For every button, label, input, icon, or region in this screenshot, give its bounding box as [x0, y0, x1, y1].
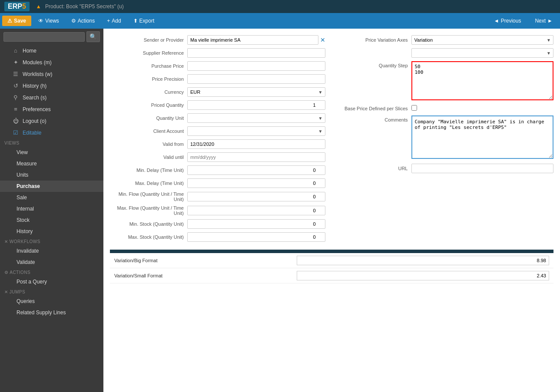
max-delay-control: [187, 178, 325, 188]
sidebar-item-related-supply-lines[interactable]: Related Supply Lines: [0, 307, 103, 318]
sidebar-item-view[interactable]: View: [0, 147, 103, 158]
currency-select[interactable]: EUR USD GBP: [187, 87, 325, 97]
plus-icon: +: [107, 18, 110, 24]
supplier-ref-field-row: Supplier Reference: [110, 48, 325, 58]
client-account-select[interactable]: [187, 126, 325, 136]
left-column: Sender or Provider ✕ Supplier Reference: [110, 35, 325, 245]
variation-big-format-input[interactable]: [297, 256, 549, 265]
max-flow-field-row: Max. Flow (Quantity Unit / Time Unit): [110, 205, 325, 216]
logo: ERP5: [4, 2, 30, 11]
variation-big-format-row: Variation/Big Format: [110, 253, 553, 268]
add-button[interactable]: + Add: [102, 16, 126, 26]
sidebar-item-preferences[interactable]: ≡ Preferences: [0, 103, 103, 115]
price-var-axes-second-row: ▼: [338, 48, 554, 58]
content-area: Sender or Provider ✕ Supplier Reference: [103, 29, 560, 392]
min-flow-input[interactable]: [187, 192, 325, 201]
qty-step-textarea[interactable]: 50 100: [411, 61, 554, 100]
sale-label: Sale: [17, 194, 27, 201]
sidebar-item-home[interactable]: ⌂ Home: [0, 45, 103, 56]
add-label: Add: [112, 18, 121, 24]
min-stock-input[interactable]: [187, 219, 325, 229]
sidebar-item-worklists[interactable]: ☰ Worklists (w): [0, 68, 103, 80]
client-account-label: Client Account: [110, 128, 184, 134]
sidebar-item-sale[interactable]: Sale: [0, 192, 103, 203]
sidebar-item-queries[interactable]: Queries: [0, 296, 103, 307]
valid-until-input[interactable]: [187, 152, 325, 162]
sender-clear-button[interactable]: ✕: [320, 36, 325, 43]
invalidate-label: Invalidate: [17, 248, 39, 254]
purchase-price-label: Purchase Price: [110, 63, 184, 69]
url-input[interactable]: [411, 164, 554, 173]
sidebar-item-validate[interactable]: Validate: [0, 257, 103, 268]
priced-qty-input[interactable]: [187, 100, 325, 110]
logout-icon: ⏻: [12, 118, 19, 124]
sidebar-editable-label: Editable: [23, 130, 41, 136]
max-stock-input[interactable]: [187, 232, 325, 242]
related-supply-lines-label: Related Supply Lines: [17, 310, 66, 316]
save-label: Save: [14, 18, 26, 24]
min-delay-label: Min. Delay (Time Unit): [110, 168, 184, 173]
search-button[interactable]: 🔍: [86, 31, 100, 42]
view-label: View: [17, 149, 28, 155]
comments-textarea[interactable]: Company "Mavielle imprimerie SA" is in c…: [411, 115, 554, 159]
sidebar-item-post-query[interactable]: Post a Query: [0, 276, 103, 287]
qty-step-field-row: Quantity Step 50 100: [338, 61, 554, 102]
max-stock-control: [187, 232, 325, 242]
variation-small-format-input[interactable]: [297, 271, 549, 280]
views-section-header: VIEWS: [0, 138, 103, 147]
variation-header-bar: [110, 250, 553, 253]
previous-button[interactable]: ◄ Previous: [489, 16, 527, 26]
sidebar-item-internal[interactable]: Internal: [0, 203, 103, 214]
priced-qty-label: Priced Quantity: [110, 102, 184, 108]
max-stock-field-row: Max. Stock (Quantity Unit): [110, 232, 325, 242]
valid-until-field-row: Valid until: [110, 152, 325, 162]
warning-icon: ⚠: [7, 18, 12, 24]
modules-icon: ✦: [12, 59, 19, 66]
base-price-checkbox[interactable]: [411, 105, 417, 111]
sidebar-logout-label: Logout (o): [23, 118, 46, 124]
max-delay-input[interactable]: [187, 178, 325, 188]
priced-qty-control: [187, 100, 325, 110]
purchase-price-input[interactable]: [187, 61, 325, 71]
export-button[interactable]: ⬆ Export: [128, 16, 160, 26]
qty-unit-select[interactable]: [187, 113, 325, 123]
sender-input[interactable]: [187, 35, 318, 45]
currency-control: EUR USD GBP ▼: [187, 87, 325, 97]
sidebar-history-label: History (h): [23, 83, 46, 89]
actions-button[interactable]: ⚙ Actions: [66, 16, 100, 26]
sidebar-item-logout[interactable]: ⏻ Logout (o): [0, 115, 103, 127]
valid-until-label: Valid until: [110, 155, 184, 160]
save-button[interactable]: ⚠ Save: [2, 16, 31, 26]
internal-label: Internal: [17, 206, 34, 212]
price-precision-input[interactable]: [187, 74, 325, 84]
price-var-axes-label: Price Variation Axes: [338, 37, 408, 43]
sidebar-item-history-view[interactable]: History: [0, 226, 103, 237]
valid-until-control: [187, 152, 325, 162]
validate-label: Validate: [17, 259, 35, 265]
actions-gear-icon: ⚙: [4, 270, 9, 275]
sidebar-item-history[interactable]: ↺ History (h): [0, 80, 103, 92]
search-icon: ⚲: [12, 94, 19, 101]
min-stock-control: [187, 219, 325, 229]
supplier-ref-input[interactable]: [187, 48, 325, 58]
min-delay-field-row: Min. Delay (Time Unit): [110, 165, 325, 175]
sidebar-item-editable[interactable]: ☑ Editable: [0, 127, 103, 138]
sidebar-item-invalidate[interactable]: Invalidate: [0, 245, 103, 257]
sidebar-preferences-label: Preferences: [23, 106, 51, 112]
price-var-axes-select[interactable]: Variation: [411, 35, 554, 45]
sidebar-item-modules[interactable]: ✦ Modules (m): [0, 56, 103, 68]
next-button[interactable]: Next ►: [530, 16, 558, 26]
sidebar-item-units[interactable]: Units: [0, 169, 103, 181]
search-input[interactable]: [3, 32, 85, 42]
sidebar-item-search[interactable]: ⚲ Search (s): [0, 92, 103, 103]
price-var-second-select[interactable]: [411, 48, 554, 58]
max-flow-input[interactable]: [187, 206, 325, 215]
variation-big-format-label: Variation/Big Format: [110, 258, 297, 263]
sidebar-item-measure[interactable]: Measure: [0, 158, 103, 169]
valid-from-input[interactable]: [187, 139, 325, 149]
min-delay-input[interactable]: [187, 165, 325, 175]
worklists-icon: ☰: [12, 71, 19, 77]
sidebar-item-purchase[interactable]: Purchase: [0, 181, 103, 192]
views-button[interactable]: 👁 Views: [33, 16, 64, 26]
sidebar-item-stock[interactable]: Stock: [0, 214, 103, 226]
